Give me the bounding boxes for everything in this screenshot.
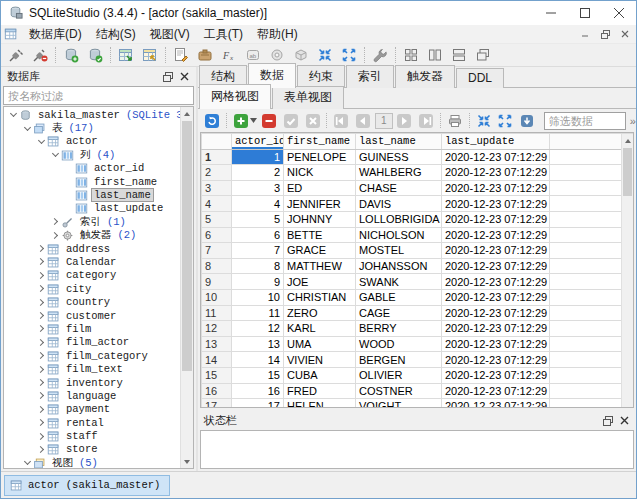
mdi-tile-horizontal-icon[interactable] bbox=[447, 45, 471, 66]
minimize-button[interactable] bbox=[534, 1, 568, 25]
expand-all-icon[interactable] bbox=[337, 45, 361, 66]
cell-first_name[interactable]: CUBA bbox=[284, 367, 356, 383]
tree-item-索引[interactable]: 索引(1) bbox=[4, 215, 180, 228]
cell-first_name[interactable]: UMA bbox=[284, 336, 356, 352]
chevron-down-icon[interactable] bbox=[21, 461, 33, 464]
menu-item-数据库D[interactable]: 数据库(D) bbox=[22, 25, 89, 44]
cell-actor_id[interactable]: 1 bbox=[232, 149, 284, 165]
cell-last_update[interactable]: 2020-12-23 07:12:29 bbox=[442, 336, 550, 352]
cell-last_update[interactable]: 2020-12-23 07:12:29 bbox=[442, 383, 550, 399]
chevron-right-icon[interactable] bbox=[35, 313, 47, 318]
chevron-right-icon[interactable] bbox=[49, 233, 61, 238]
cell-last_name[interactable]: NICHOLSON bbox=[356, 227, 442, 243]
tree-item-customer[interactable]: customer bbox=[4, 309, 180, 322]
cell-actor_id[interactable]: 15 bbox=[232, 367, 284, 383]
row-number[interactable]: 9 bbox=[202, 274, 232, 290]
prev-page-icon[interactable] bbox=[352, 111, 374, 131]
cell-first_name[interactable]: ED bbox=[284, 180, 356, 196]
tree-item-store[interactable]: store bbox=[4, 443, 180, 456]
refresh-grid-icon[interactable] bbox=[201, 111, 223, 131]
mdi-minimize-button[interactable] bbox=[576, 26, 594, 42]
chevron-right-icon[interactable] bbox=[35, 246, 47, 251]
tree-item-city[interactable]: city bbox=[4, 282, 180, 295]
cell-actor_id[interactable]: 11 bbox=[232, 305, 284, 321]
tree-item-触发器[interactable]: 触发器(2) bbox=[4, 229, 180, 242]
cell-first_name[interactable]: FRED bbox=[284, 383, 356, 399]
cell-last_update[interactable]: 2020-12-23 07:12:29 bbox=[442, 274, 550, 290]
close-panel-icon[interactable] bbox=[616, 413, 633, 428]
row-number[interactable]: 11 bbox=[202, 305, 232, 321]
tab-约束[interactable]: 约束 bbox=[297, 65, 345, 88]
cell-last_name[interactable]: JOHANSSON bbox=[356, 258, 442, 274]
cell-actor_id[interactable]: 7 bbox=[232, 243, 284, 259]
cell-first_name[interactable]: JENNIFER bbox=[284, 196, 356, 212]
page-number[interactable]: 1 bbox=[375, 113, 393, 129]
grid-scrollbar-thumb[interactable] bbox=[623, 148, 632, 196]
row-number[interactable]: 14 bbox=[202, 352, 232, 368]
cell-last_update[interactable]: 2020-12-23 07:12:29 bbox=[442, 243, 550, 259]
chevron-right-icon[interactable] bbox=[35, 447, 47, 452]
row-number[interactable]: 10 bbox=[202, 289, 232, 305]
cell-last_update[interactable]: 2020-12-23 07:12:29 bbox=[442, 321, 550, 337]
column-header-first_name[interactable]: first_name bbox=[284, 134, 356, 150]
tree-item-视图[interactable]: 视图(5) bbox=[4, 456, 180, 469]
grid-scrollbar[interactable] bbox=[621, 134, 633, 407]
fit-window-icon[interactable] bbox=[494, 111, 516, 131]
cell-actor_id[interactable]: 17 bbox=[232, 399, 284, 408]
menu-item-工具T[interactable]: 工具(T) bbox=[197, 25, 250, 44]
scroll-down-icon[interactable] bbox=[181, 455, 193, 468]
toolbar-overflow-icon[interactable]: » bbox=[630, 115, 636, 127]
last-page-icon[interactable] bbox=[415, 111, 437, 131]
chevron-right-icon[interactable] bbox=[35, 326, 47, 331]
tree-item-Calendar[interactable]: Calendar bbox=[4, 255, 180, 268]
close-panel-icon[interactable] bbox=[176, 69, 193, 84]
tree-item-film_category[interactable]: film_category bbox=[4, 349, 180, 362]
mdi-close-button[interactable] bbox=[616, 26, 634, 42]
rollback-icon[interactable] bbox=[302, 111, 324, 131]
column-header-actor_id[interactable]: actor_id bbox=[232, 134, 284, 150]
cell-last_name[interactable]: CHASE bbox=[356, 180, 442, 196]
cell-last_name[interactable]: OLIVIER bbox=[356, 367, 442, 383]
cell-last_name[interactable]: CAGE bbox=[356, 305, 442, 321]
next-page-icon[interactable] bbox=[394, 111, 416, 131]
cell-last_name[interactable]: COSTNER bbox=[356, 383, 442, 399]
tree-item-last_name[interactable]: last_name bbox=[4, 188, 180, 201]
chevron-right-icon[interactable] bbox=[35, 367, 47, 372]
row-number[interactable]: 1 bbox=[202, 149, 232, 165]
tree-item-category[interactable]: category bbox=[4, 269, 180, 282]
row-number[interactable]: 12 bbox=[202, 321, 232, 337]
row-number[interactable]: 3 bbox=[202, 180, 232, 196]
tree-item-rental[interactable]: rental bbox=[4, 416, 180, 429]
view-tab-网格视图[interactable]: 网格视图 bbox=[199, 84, 271, 109]
cell-last_name[interactable]: BERGEN bbox=[356, 352, 442, 368]
view-tab-表单视图[interactable]: 表单视图 bbox=[272, 86, 344, 109]
tree-scrollbar-thumb[interactable] bbox=[182, 121, 192, 371]
cell-last_update[interactable]: 2020-12-23 07:12:29 bbox=[442, 399, 550, 408]
cell-last_update[interactable]: 2020-12-23 07:12:29 bbox=[442, 211, 550, 227]
taskbar-item-actor[interactable]: actor (sakila_master) bbox=[4, 475, 170, 496]
first-page-icon[interactable] bbox=[330, 111, 352, 131]
cell-last_name[interactable]: GABLE bbox=[356, 289, 442, 305]
export-tables-icon[interactable] bbox=[138, 45, 162, 66]
tree-filter-input[interactable] bbox=[3, 86, 194, 105]
menu-item-视图V[interactable]: 视图(V) bbox=[143, 25, 197, 44]
cell-first_name[interactable]: ZERO bbox=[284, 305, 356, 321]
cell-actor_id[interactable]: 4 bbox=[232, 196, 284, 212]
cell-last_name[interactable]: SWANK bbox=[356, 274, 442, 290]
mdi-restore-button[interactable] bbox=[596, 26, 614, 42]
cell-actor_id[interactable]: 14 bbox=[232, 352, 284, 368]
close-button[interactable] bbox=[602, 1, 636, 25]
chevron-down-icon[interactable] bbox=[49, 153, 61, 156]
chevron-down-icon[interactable] bbox=[7, 113, 19, 116]
cell-actor_id[interactable]: 2 bbox=[232, 165, 284, 181]
collapse-all-icon[interactable] bbox=[313, 45, 337, 66]
tab-索引[interactable]: 索引 bbox=[346, 65, 394, 88]
column-header-last_name[interactable]: last_name bbox=[356, 134, 442, 150]
cell-actor_id[interactable]: 3 bbox=[232, 180, 284, 196]
cell-last_update[interactable]: 2020-12-23 07:12:29 bbox=[442, 196, 550, 212]
cell-last_update[interactable]: 2020-12-23 07:12:29 bbox=[442, 227, 550, 243]
chevron-right-icon[interactable] bbox=[35, 434, 47, 439]
chevron-right-icon[interactable] bbox=[35, 407, 47, 412]
row-number[interactable]: 6 bbox=[202, 227, 232, 243]
cell-actor_id[interactable]: 5 bbox=[232, 211, 284, 227]
